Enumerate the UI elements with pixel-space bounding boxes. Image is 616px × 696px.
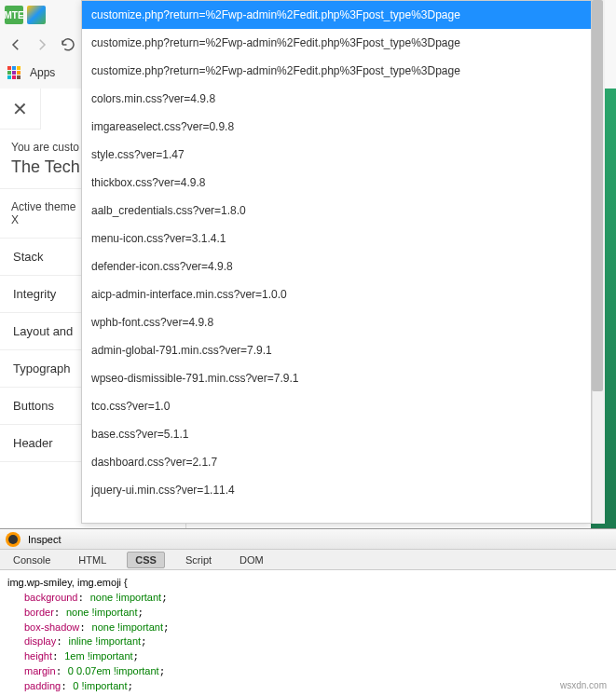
css-file-option[interactable]: customize.php?return=%2Fwp-admin%2Fedit.… [82,1,591,29]
devtools-tab-console[interactable]: Console [6,553,58,567]
close-customizer-button[interactable]: ✕ [0,89,41,130]
devtools-tab-html[interactable]: HTML [71,553,114,567]
scrollbar-thumb[interactable] [592,0,603,391]
devtools-tab-dom[interactable]: DOM [232,553,271,567]
css-code-panel[interactable]: img.wp-smiley, img.emoji {background: no… [0,570,616,696]
css-file-option[interactable]: defender-icon.css?ver=4.9.8 [82,252,591,280]
css-file-option[interactable]: admin-global-791.min.css?ver=7.9.1 [82,336,591,364]
css-file-option[interactable]: jquery-ui.min.css?ver=1.11.4 [82,476,591,504]
apps-icon[interactable] [7,66,21,79]
css-file-option[interactable]: wphb-font.css?ver=4.9.8 [82,308,591,336]
css-file-option[interactable]: imgareaselect.css?ver=0.9.8 [82,113,591,141]
watermark: wsxdn.com [560,680,607,690]
back-icon[interactable] [7,36,24,53]
css-file-option[interactable]: customize.php?return=%2Fwp-admin%2Fedit.… [82,57,591,85]
tab-favicon-mte[interactable]: MTE [5,6,23,24]
css-file-option[interactable]: thickbox.css?ver=4.9.8 [82,169,591,197]
css-file-option[interactable]: aalb_credentials.css?ver=1.8.0 [82,197,591,225]
tab-favicon-drive[interactable] [27,6,46,24]
css-file-option[interactable]: base.css?ver=5.1.1 [82,420,591,448]
reload-icon[interactable] [60,36,76,53]
devtools-panel: Inspect ConsoleHTMLCSSScriptDOM img.wp-s… [0,528,616,696]
css-file-option[interactable]: menu-icon.css?ver=3.1.4.1 [82,225,591,252]
scrollbar-track [592,0,605,524]
firebug-icon[interactable] [6,532,21,547]
css-file-option[interactable]: aicp-admin-interface.min.css?ver=1.0.0 [82,280,591,308]
devtools-tabs: ConsoleHTMLCSSScriptDOM [0,550,616,570]
css-file-option[interactable]: colors.min.css?ver=4.9.8 [82,85,591,113]
devtools-toolbar: Inspect [0,529,616,550]
css-file-option[interactable]: wpseo-dismissible-791.min.css?ver=7.9.1 [82,364,591,392]
css-file-dropdown[interactable]: customize.php?return=%2Fwp-admin%2Fedit.… [81,0,592,524]
css-file-option[interactable]: customize.php?return=%2Fwp-admin%2Fedit.… [82,29,591,57]
inspect-button[interactable]: Inspect [28,534,61,545]
devtools-tab-script[interactable]: Script [178,553,219,567]
forward-icon[interactable] [34,36,50,53]
css-file-option[interactable]: dashboard.css?ver=2.1.7 [82,448,591,476]
css-file-option[interactable]: style.css?ver=1.47 [82,141,591,169]
apps-label[interactable]: Apps [30,66,55,79]
devtools-tab-css[interactable]: CSS [127,552,165,568]
css-file-option[interactable]: tco.css?ver=1.0 [82,392,591,420]
